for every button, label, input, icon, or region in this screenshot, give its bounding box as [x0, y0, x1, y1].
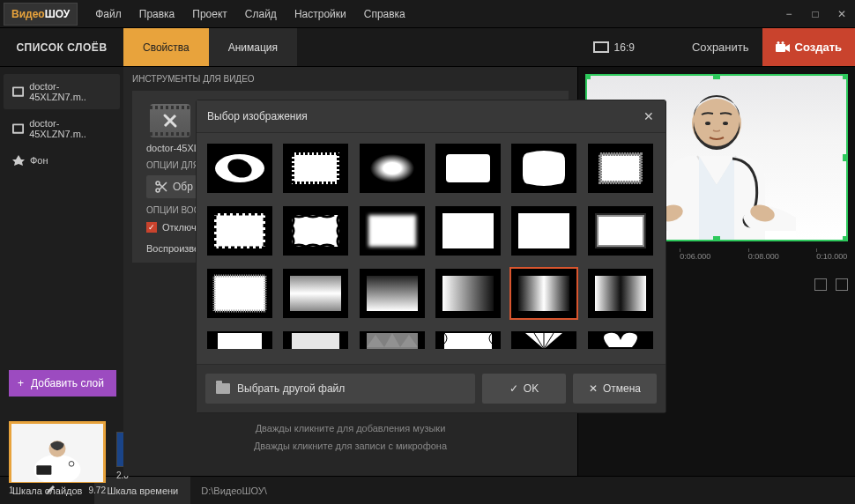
svg-rect-41: [214, 276, 265, 311]
save-button[interactable]: Сохранить: [679, 28, 762, 66]
doctor-thumbnail-image: [11, 424, 103, 482]
mask-option[interactable]: [360, 206, 425, 256]
modal-header: Выбор изображения ✕: [197, 100, 665, 133]
svg-rect-44: [442, 276, 494, 311]
mask-option[interactable]: [435, 331, 501, 349]
mask-option[interactable]: [360, 144, 425, 193]
mask-option[interactable]: [283, 144, 348, 193]
image-picker-modal: Выбор изображения ✕ Выбрат: [196, 100, 666, 413]
crop-label: Обр: [173, 181, 193, 193]
mask-option[interactable]: [511, 206, 576, 256]
add-layer-label: Добавить слой: [31, 377, 104, 389]
ok-button[interactable]: OK: [482, 374, 566, 404]
svg-rect-48: [292, 333, 339, 349]
mask-option[interactable]: [283, 331, 348, 349]
add-layer-button[interactable]: + Добавить слой: [9, 370, 116, 397]
video-clip-icon: [150, 104, 190, 137]
menu-project[interactable]: Проект: [183, 1, 236, 27]
layer-item[interactable]: Фон: [4, 148, 120, 173]
svg-point-1: [777, 41, 779, 44]
svg-rect-49: [367, 333, 418, 349]
menu-settings[interactable]: Настройки: [286, 1, 355, 27]
svg-rect-36: [368, 215, 416, 247]
create-label: Создать: [795, 41, 842, 54]
toolbar: СПИСОК СЛОЁВ Свойства Анимация 16:9 Сохр…: [0, 28, 855, 67]
pencil-icon[interactable]: [46, 485, 56, 494]
window-controls: − □ ✕: [776, 1, 855, 27]
aspect-icon: [593, 41, 609, 53]
scissors-icon: [155, 181, 167, 193]
svg-rect-46: [595, 276, 646, 311]
mask-option[interactable]: [207, 206, 272, 256]
layer-item[interactable]: doctor-45XLZN7.m..: [4, 111, 120, 146]
cancel-button[interactable]: Отмена: [573, 374, 657, 404]
svg-rect-31: [600, 154, 641, 182]
mask-option[interactable]: [588, 331, 653, 349]
camera-icon: [776, 41, 790, 54]
menu-edit[interactable]: Правка: [130, 1, 184, 27]
svg-point-22: [723, 122, 728, 125]
mask-option[interactable]: [207, 331, 272, 349]
tab-animation[interactable]: Анимация: [209, 28, 297, 66]
tick: 0:08.000: [748, 252, 779, 261]
crop-button[interactable]: Обр: [146, 175, 202, 198]
choose-file-label: Выбрать другой файл: [237, 382, 345, 395]
mask-option[interactable]: [207, 269, 272, 318]
film-icon: [12, 86, 24, 97]
mask-option[interactable]: [588, 206, 653, 256]
mask-option-selected[interactable]: [511, 269, 576, 318]
modal-close-button[interactable]: ✕: [643, 109, 655, 123]
background-icon: [12, 155, 25, 166]
svg-rect-35: [292, 215, 339, 247]
mask-option[interactable]: [435, 269, 501, 318]
layer-label: doctor-45XLZN7.m..: [29, 81, 111, 102]
layers-panel: doctor-45XLZN7.m.. doctor-45XLZN7.m.. Фо…: [0, 67, 123, 476]
svg-rect-29: [370, 154, 414, 182]
ok-label: OK: [524, 382, 539, 395]
menu-file[interactable]: Файл: [86, 1, 130, 27]
layer-item[interactable]: doctor-45XLZN7.m..: [4, 74, 120, 109]
svg-rect-42: [290, 276, 341, 311]
menu-slide[interactable]: Слайд: [236, 1, 286, 27]
plus-icon: +: [18, 377, 24, 389]
tick: 0:10.000: [816, 252, 847, 261]
menu-help[interactable]: Справка: [355, 1, 414, 27]
property-tabs: Свойства Анимация: [123, 28, 297, 66]
record-mic-hint[interactable]: Дважды кликните для записи с микрофона: [123, 441, 577, 451]
mask-option[interactable]: [511, 144, 576, 193]
svg-rect-43: [367, 276, 418, 311]
mask-grid[interactable]: [197, 133, 665, 364]
svg-rect-50: [444, 333, 492, 349]
slide-thumbnail[interactable]: [9, 421, 106, 483]
mask-option[interactable]: [360, 331, 425, 349]
layers-panel-title: СПИСОК СЛОЁВ: [0, 41, 123, 54]
cancel-label: Отмена: [603, 382, 641, 395]
svg-rect-4: [14, 88, 22, 95]
close-button[interactable]: ✕: [829, 1, 855, 27]
folder-icon: [216, 383, 230, 394]
mask-option[interactable]: [360, 269, 425, 318]
svg-rect-33: [214, 213, 265, 248]
mask-option[interactable]: [435, 206, 501, 256]
mask-option[interactable]: [283, 206, 348, 256]
mask-option[interactable]: [511, 331, 576, 349]
maximize-button[interactable]: □: [802, 1, 829, 27]
create-button[interactable]: Создать: [762, 28, 855, 66]
snapshot-icon[interactable]: [814, 278, 827, 291]
svg-rect-30: [446, 154, 490, 182]
minimize-button[interactable]: −: [776, 1, 802, 27]
mask-option[interactable]: [588, 144, 653, 193]
choose-file-button[interactable]: Выбрать другой файл: [205, 374, 475, 404]
mask-option[interactable]: [435, 144, 501, 193]
tab-properties[interactable]: Свойства: [123, 28, 209, 66]
svg-rect-37: [442, 213, 494, 248]
fullscreen-icon[interactable]: [836, 278, 848, 291]
aspect-ratio[interactable]: 16:9: [593, 41, 635, 54]
add-music-hint[interactable]: Дважды кликните для добавления музыки: [123, 423, 577, 434]
check-icon: [509, 382, 518, 395]
cross-icon: [589, 382, 598, 395]
svg-rect-39: [597, 215, 644, 247]
mask-option[interactable]: [207, 144, 272, 193]
mask-option[interactable]: [283, 269, 348, 318]
mask-option[interactable]: [588, 269, 653, 318]
